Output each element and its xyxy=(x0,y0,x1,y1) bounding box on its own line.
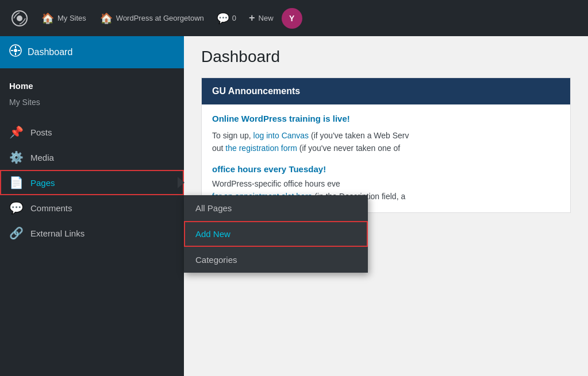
sidebar-item-pages[interactable]: 📄 Pages xyxy=(0,170,184,195)
announcements-widget: GU Announcements Online WordPress traini… xyxy=(201,77,571,213)
dashboard-label: Dashboard xyxy=(28,47,72,57)
comment-count-button[interactable]: 💬 0 xyxy=(212,12,241,25)
sidebar-item-comments[interactable]: 💬 Comments xyxy=(0,195,184,220)
sidebar-item-mysites[interactable]: My Sites xyxy=(0,94,184,110)
canvas-link[interactable]: log into Canvas xyxy=(253,131,309,140)
sidebar: Dashboard Home My Sites 📌 Posts ⚙️ Media… xyxy=(0,36,184,376)
media-icon: ⚙️ xyxy=(9,150,24,164)
content-header: Dashboard xyxy=(184,36,588,72)
pages-dropdown-menu: All Pages Add New Categories xyxy=(184,195,368,273)
dropdown-categories[interactable]: Categories xyxy=(184,247,368,273)
sidebar-item-media[interactable]: ⚙️ Media xyxy=(0,145,184,170)
widget-header: GU Announcements xyxy=(202,78,570,104)
office-hours-title[interactable]: office hours every Tuesday! xyxy=(212,164,560,174)
sidebar-item-external-links[interactable]: 🔗 External Links xyxy=(0,220,184,246)
announcement-text-1: To sign up, xyxy=(212,131,253,140)
sidebar-dashboard-header[interactable]: Dashboard xyxy=(0,36,184,68)
sidebar-section-top: Home My Sites xyxy=(0,68,184,115)
wp-logo-button[interactable] xyxy=(6,0,33,36)
new-button[interactable]: + New xyxy=(243,0,279,36)
pages-label: Pages xyxy=(30,178,55,188)
svg-point-1 xyxy=(17,15,22,21)
announcement-text-3: out xyxy=(212,144,225,153)
mysites-label: My Sites xyxy=(9,98,40,107)
plus-icon: + xyxy=(249,12,255,24)
registration-link[interactable]: the registration form xyxy=(225,144,297,153)
site-home-icon: 🏠 xyxy=(100,12,113,25)
admin-bar: 🏠 My Sites 🏠 WordPress at Georgetown 💬 0… xyxy=(0,0,588,36)
main-layout: Dashboard Home My Sites 📌 Posts ⚙️ Media… xyxy=(0,36,588,376)
svg-point-3 xyxy=(14,49,17,52)
announcement-text-4: (if you've never taken one of xyxy=(297,144,400,153)
yoast-button[interactable]: Y xyxy=(282,8,302,29)
home-label: Home xyxy=(9,81,33,91)
comments-label: Comments xyxy=(30,203,72,213)
dashboard-icon xyxy=(9,44,22,60)
announcement-body: To sign up, log into Canvas (if you've t… xyxy=(212,129,560,155)
sidebar-item-home[interactable]: Home xyxy=(0,77,184,94)
dropdown-all-pages[interactable]: All Pages xyxy=(184,195,368,221)
page-title: Dashboard xyxy=(201,48,571,66)
announcement-text-2: (if you've taken a Web Serv xyxy=(309,131,409,140)
my-sites-button[interactable]: 🏠 My Sites xyxy=(36,0,92,36)
pages-icon: 📄 xyxy=(9,176,24,189)
sidebar-item-posts[interactable]: 📌 Posts xyxy=(0,119,184,145)
media-label: Media xyxy=(30,153,54,162)
site-name-button[interactable]: 🏠 WordPress at Georgetown xyxy=(94,0,210,36)
pages-arrow xyxy=(178,177,185,188)
external-links-icon: 🔗 xyxy=(9,226,24,240)
posts-icon: 📌 xyxy=(9,125,24,139)
comments-icon: 💬 xyxy=(9,201,24,215)
announcement-title[interactable]: Online WordPress training is live! xyxy=(212,114,560,123)
comment-icon: 💬 xyxy=(217,12,229,25)
home-icon: 🏠 xyxy=(41,12,54,25)
posts-label: Posts xyxy=(30,127,52,137)
external-links-label: External Links xyxy=(30,228,84,238)
dropdown-add-new[interactable]: Add New xyxy=(184,221,368,247)
